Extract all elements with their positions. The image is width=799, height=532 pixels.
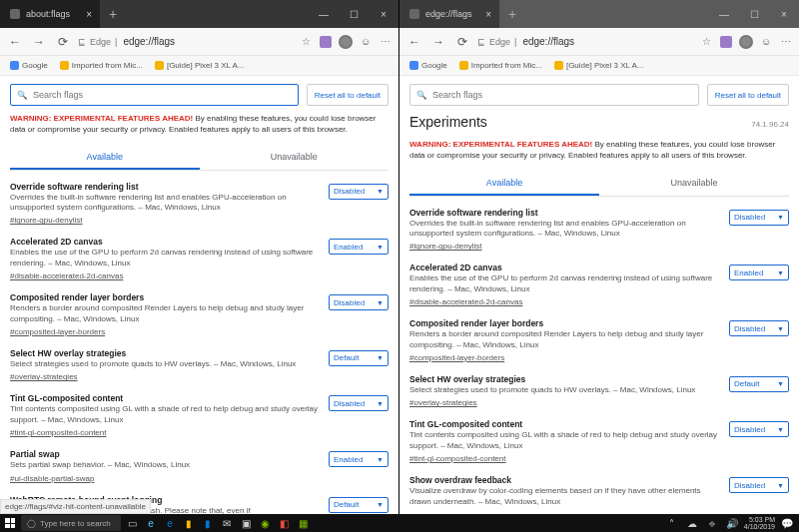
flag-value-select[interactable]: Disabled▼ bbox=[329, 294, 389, 310]
flag-value-select[interactable]: Enabled▼ bbox=[729, 265, 789, 280]
minimize-button[interactable]: — bbox=[709, 0, 739, 28]
flag-anchor-link[interactable]: #overlay-strategies bbox=[10, 372, 78, 381]
search-flags-box[interactable]: 🔍 bbox=[409, 84, 699, 106]
reset-all-button[interactable]: Reset all to default bbox=[707, 84, 789, 106]
flag-value-select[interactable]: Enabled▼ bbox=[329, 451, 389, 467]
new-tab-button[interactable]: + bbox=[499, 0, 525, 28]
tab-favicon bbox=[10, 9, 20, 19]
minimize-button[interactable]: — bbox=[309, 0, 339, 28]
reload-button[interactable]: ⟳ bbox=[54, 33, 72, 51]
close-window-button[interactable]: × bbox=[769, 0, 799, 28]
flag-value-select[interactable]: Default▼ bbox=[329, 497, 389, 513]
flag-value-select[interactable]: Default▼ bbox=[729, 376, 789, 392]
flag-value-select[interactable]: Disabled▼ bbox=[329, 395, 389, 411]
bookmark-item[interactable]: [Guide] Pixel 3 XL A... bbox=[554, 61, 644, 70]
flag-title: Show overdraw feedback bbox=[409, 475, 721, 485]
bookmark-item[interactable]: Imported from Mic... bbox=[459, 61, 542, 70]
profile-icon[interactable] bbox=[339, 35, 353, 49]
flag-anchor-link[interactable]: #composited-layer-borders bbox=[409, 353, 504, 362]
tab-available[interactable]: Available bbox=[409, 172, 599, 196]
forward-button[interactable]: → bbox=[30, 33, 48, 51]
taskbar-app-icon[interactable]: ▦ bbox=[295, 515, 311, 531]
taskbar-app-icon[interactable]: ▮ bbox=[181, 515, 197, 531]
search-input[interactable] bbox=[432, 90, 692, 100]
tray-sound-icon[interactable]: 🔊 bbox=[724, 515, 740, 531]
start-button[interactable] bbox=[2, 515, 18, 531]
tab-available[interactable]: Available bbox=[10, 146, 200, 170]
close-window-button[interactable]: × bbox=[369, 0, 399, 28]
menu-icon[interactable]: ⋯ bbox=[779, 35, 793, 49]
browser-tab[interactable]: edge://flags × bbox=[400, 0, 499, 28]
forward-button[interactable]: → bbox=[429, 33, 447, 51]
flag-row: Override software rendering listOverride… bbox=[409, 201, 789, 257]
flag-value-select[interactable]: Disabled▼ bbox=[729, 421, 789, 437]
taskbar-app-icon[interactable]: ◉ bbox=[257, 515, 273, 531]
close-tab-icon[interactable]: × bbox=[485, 9, 491, 20]
flag-value-select[interactable]: Disabled▼ bbox=[729, 320, 789, 336]
bookmark-item[interactable]: Google bbox=[409, 61, 447, 70]
back-button[interactable]: ← bbox=[6, 33, 24, 51]
task-view-icon[interactable]: ▭ bbox=[124, 515, 140, 531]
bookmark-item[interactable]: Google bbox=[10, 61, 48, 70]
feedback-icon[interactable]: ☺ bbox=[759, 35, 773, 49]
flag-description: Overrides the built-in software renderin… bbox=[10, 193, 321, 214]
taskbar-app-icon[interactable]: e bbox=[162, 515, 178, 531]
flag-tabs: Available Unavailable bbox=[409, 172, 789, 197]
url-field[interactable]: edge://flags bbox=[522, 36, 693, 47]
close-tab-icon[interactable]: × bbox=[86, 9, 92, 20]
right-browser-window: edge://flags × + — ☐ × ← → ⟳ ⊑Edge| edge… bbox=[400, 0, 799, 514]
flag-tabs: Available Unavailable bbox=[10, 146, 389, 171]
search-flags-box[interactable]: 🔍 bbox=[10, 84, 299, 106]
flag-value-select[interactable]: Enabled▼ bbox=[329, 239, 389, 255]
feedback-icon[interactable]: ☺ bbox=[359, 35, 373, 49]
reset-all-button[interactable]: Reset all to default bbox=[307, 84, 389, 106]
extension-icon[interactable] bbox=[719, 35, 733, 49]
taskbar-app-icon[interactable]: e bbox=[143, 515, 159, 531]
flag-anchor-link[interactable]: #ignore-gpu-denylist bbox=[10, 216, 83, 225]
favorite-icon[interactable]: ☆ bbox=[299, 35, 313, 49]
flag-anchor-link[interactable]: #tint-gl-composited-content bbox=[10, 428, 107, 437]
menu-icon[interactable]: ⋯ bbox=[379, 35, 393, 49]
flag-value-select[interactable]: Disabled▼ bbox=[729, 210, 789, 226]
maximize-button[interactable]: ☐ bbox=[339, 0, 369, 28]
reload-button[interactable]: ⟳ bbox=[453, 33, 471, 51]
flag-anchor-link[interactable]: #tint-gl-composited-content bbox=[409, 454, 506, 463]
tab-unavailable[interactable]: Unavailable bbox=[599, 172, 789, 196]
bookmark-item[interactable]: [Guide] Pixel 3 XL A... bbox=[155, 61, 245, 70]
system-clock[interactable]: 5:03 PM 4/10/2019 bbox=[744, 516, 775, 530]
extension-icon[interactable] bbox=[319, 35, 333, 49]
titlebar: about:flags × + — ☐ × bbox=[0, 0, 399, 28]
flag-anchor-link[interactable]: #overlay-strategies bbox=[409, 398, 477, 407]
maximize-button[interactable]: ☐ bbox=[739, 0, 769, 28]
favorite-icon[interactable]: ☆ bbox=[699, 35, 713, 49]
status-bar: edge://flags/#viz-hit-content-unavailabl… bbox=[0, 499, 151, 514]
flag-value-select[interactable]: Disabled▼ bbox=[329, 184, 389, 200]
flag-description: Overrides the built-in software renderin… bbox=[409, 219, 721, 240]
tray-up-icon[interactable]: ˄ bbox=[664, 515, 680, 531]
flag-anchor-link[interactable]: #disable-accelerated-2d-canvas bbox=[409, 297, 522, 306]
new-tab-button[interactable]: + bbox=[100, 0, 126, 28]
profile-icon[interactable] bbox=[739, 35, 753, 49]
flag-row: Composited render layer bordersRenders a… bbox=[10, 285, 389, 341]
taskbar-app-icon[interactable]: ◧ bbox=[276, 515, 292, 531]
taskbar-app-icon[interactable]: ✉ bbox=[219, 515, 235, 531]
bookmark-item[interactable]: Imported from Mic... bbox=[60, 61, 143, 70]
tab-unavailable[interactable]: Unavailable bbox=[200, 146, 390, 170]
search-input[interactable] bbox=[33, 90, 292, 100]
flag-anchor-link[interactable]: #ui-disable-partial-swap bbox=[10, 474, 94, 483]
cortana-search[interactable]: ◯Type here to search bbox=[21, 515, 121, 531]
flag-anchor-link[interactable]: #composited-layer-borders bbox=[10, 327, 105, 336]
flag-anchor-link[interactable]: #disable-accelerated-2d-canvas bbox=[10, 271, 123, 280]
back-button[interactable]: ← bbox=[405, 33, 423, 51]
flag-value-select[interactable]: Default▼ bbox=[329, 350, 389, 366]
flag-anchor-link[interactable]: #ignore-gpu-denylist bbox=[409, 242, 482, 251]
flag-title: Tint GL-composited content bbox=[10, 393, 321, 403]
tray-cloud-icon[interactable]: ☁ bbox=[684, 515, 700, 531]
tray-wifi-icon[interactable]: ⎆ bbox=[704, 515, 720, 531]
notifications-icon[interactable]: 💬 bbox=[779, 515, 795, 531]
taskbar-app-icon[interactable]: ▣ bbox=[238, 515, 254, 531]
taskbar-app-icon[interactable]: ▮ bbox=[200, 515, 216, 531]
browser-tab[interactable]: about:flags × bbox=[0, 0, 100, 28]
flag-value-select[interactable]: Disabled▼ bbox=[729, 477, 789, 493]
url-field[interactable]: edge://flags bbox=[123, 36, 293, 47]
